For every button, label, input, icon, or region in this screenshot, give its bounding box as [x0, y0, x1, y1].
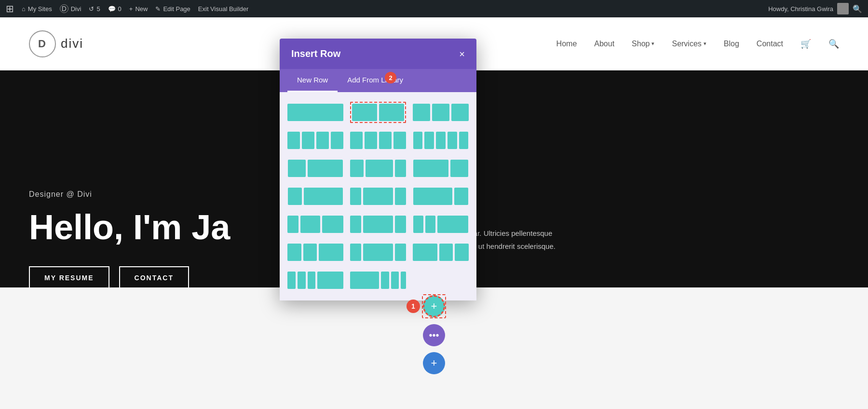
layout-3-2-1[interactable]: [413, 214, 469, 235]
col-block: [439, 244, 453, 261]
edit-page-label: Edit Page: [163, 5, 190, 13]
nav-contact[interactable]: Contact: [757, 40, 783, 48]
layout-4col[interactable]: [287, 130, 343, 151]
blue-action-button[interactable]: +: [423, 352, 445, 374]
col-block: [425, 216, 435, 233]
col-block: [395, 244, 406, 261]
modal-close-button[interactable]: ×: [459, 49, 465, 59]
col-block: [451, 104, 469, 121]
col-block: [413, 244, 437, 261]
col-block: [381, 272, 389, 289]
updates-menu[interactable]: ↺ 5: [89, 5, 100, 13]
col-block: [454, 188, 468, 205]
col-block: [413, 188, 452, 205]
col-block: [350, 216, 361, 233]
layout-mixed1[interactable]: [350, 158, 406, 179]
plus-icon: +: [129, 5, 133, 13]
bottom-controls: 1 + ••• +: [0, 294, 868, 374]
nav-shop[interactable]: Shop ▾: [632, 40, 654, 48]
tab-add-from-library[interactable]: Add From Library: [338, 69, 413, 92]
layout-r6-1[interactable]: [287, 242, 343, 263]
layout-r6-3[interactable]: [413, 242, 469, 263]
plus-icon: +: [431, 300, 437, 313]
col-block: [391, 272, 399, 289]
layout-2-1[interactable]: [413, 158, 469, 179]
layout-4col-v2[interactable]: [350, 130, 406, 151]
col-block: [287, 104, 343, 121]
add-row-area: 1 +: [422, 294, 446, 318]
tab-badge: 2: [385, 72, 396, 83]
col-block: [413, 160, 448, 177]
col-block: [395, 216, 406, 233]
col-block: [413, 132, 423, 149]
col-block: [401, 272, 406, 289]
admin-bar: ⊞ ⌂ My Sites D Divi ↺ 5 💬 0 + New ✎ Edit…: [0, 0, 868, 17]
edit-page-btn[interactable]: ✎ Edit Page: [155, 5, 190, 13]
layout-mixed2[interactable]: [350, 186, 406, 207]
nav-about[interactable]: About: [594, 40, 614, 48]
more-options-button[interactable]: •••: [423, 324, 445, 346]
layout-1-2[interactable]: [287, 158, 343, 179]
col-block: [365, 132, 377, 149]
divi-menu[interactable]: D Divi: [60, 4, 81, 13]
col-block: [379, 104, 404, 121]
layout-r7-1[interactable]: [287, 270, 343, 291]
col-block: [395, 188, 406, 205]
comments-menu[interactable]: 💬 0: [108, 5, 122, 13]
add-row-button[interactable]: +: [423, 295, 445, 317]
col-block: [424, 132, 434, 149]
col-block: [308, 160, 343, 177]
my-sites-menu[interactable]: ⌂ My Sites: [22, 5, 52, 13]
comments-icon: 💬: [108, 5, 116, 13]
col-block: [350, 188, 361, 205]
col-block: [350, 160, 364, 177]
nav-search-icon[interactable]: 🔍: [828, 39, 839, 49]
col-block: [287, 132, 300, 149]
wp-logo[interactable]: ⊞: [6, 3, 14, 14]
avatar[interactable]: [837, 3, 849, 14]
my-sites-label: My Sites: [28, 5, 52, 13]
col-block: [352, 104, 377, 121]
comments-count: 0: [118, 5, 122, 13]
user-greeting: Howdy, Christina Gwira: [768, 5, 833, 13]
nav-services[interactable]: Services ▾: [672, 40, 706, 48]
layout-r7-2[interactable]: [350, 270, 406, 291]
home-icon: ⌂: [22, 5, 26, 13]
col-block: [317, 272, 343, 289]
step-badge-1: 1: [407, 300, 420, 313]
col-block: [316, 132, 329, 149]
layout-3-1[interactable]: [413, 186, 469, 207]
col-block: [287, 244, 301, 261]
tab-new-row[interactable]: New Row: [287, 69, 338, 92]
new-menu[interactable]: + New: [129, 5, 148, 13]
exit-vb-label: Exit Visual Builder: [198, 5, 249, 13]
resume-button[interactable]: MY RESUME: [29, 266, 109, 289]
nav-shop-label: Shop: [632, 40, 650, 48]
col-block: [363, 188, 393, 205]
search-icon[interactable]: 🔍: [853, 4, 862, 14]
contact-button[interactable]: CONTACT: [119, 266, 189, 289]
layout-r6-2[interactable]: [350, 242, 406, 263]
col-block: [432, 104, 449, 121]
layout-1-3[interactable]: [287, 186, 343, 207]
layout-2col-equal[interactable]: [350, 102, 406, 123]
col-block: [448, 132, 457, 149]
site-logo[interactable]: D divi: [29, 30, 83, 57]
cart-icon[interactable]: 🛒: [800, 39, 811, 49]
insert-row-modal: Insert Row × New Row Add From Library 2: [280, 39, 476, 300]
col-block: [319, 244, 343, 261]
nav-home[interactable]: Home: [556, 40, 577, 48]
col-block: [350, 244, 361, 261]
divi-icon: D: [60, 4, 68, 13]
layout-1col[interactable]: [287, 102, 343, 123]
col-block: [437, 216, 468, 233]
col-block: [288, 160, 306, 177]
empty-slot: [413, 270, 469, 291]
layout-3col-equal[interactable]: [413, 102, 469, 123]
exit-visual-builder-btn[interactable]: Exit Visual Builder: [198, 5, 249, 13]
nav-blog[interactable]: Blog: [724, 40, 739, 48]
layout-mixed3[interactable]: [350, 214, 406, 235]
layout-1-2-3[interactable]: [287, 214, 343, 235]
col-block: [288, 188, 302, 205]
layout-5col[interactable]: [413, 130, 469, 151]
